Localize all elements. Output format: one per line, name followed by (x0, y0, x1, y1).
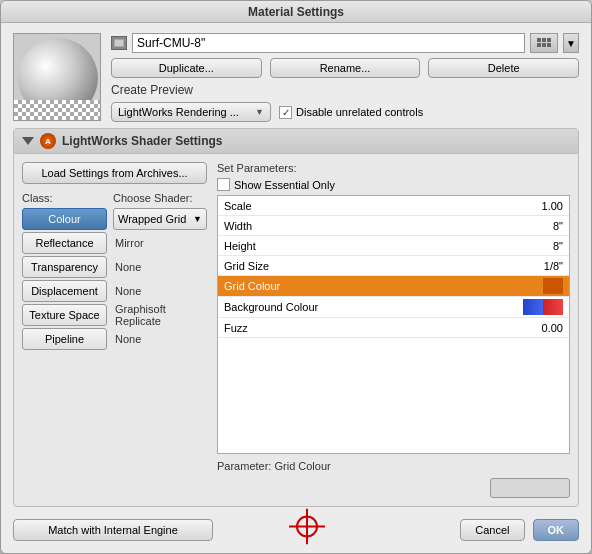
svg-rect-5 (547, 38, 551, 42)
disable-checkbox-row: ✓ Disable unrelated controls (279, 106, 423, 119)
param-row-grid-colour[interactable]: Grid Colour (218, 276, 569, 297)
class-label: Class: (22, 190, 107, 206)
create-preview-label: Create Preview (111, 83, 579, 97)
rename-button[interactable]: Rename... (270, 58, 421, 78)
disable-checkbox[interactable]: ✓ (279, 106, 292, 119)
preview-checkerboard (14, 100, 100, 120)
parameters-table: Scale 1.00 Width 8" Height 8" (217, 195, 570, 454)
right-panel: Set Parameters: Show Essential Only Scal… (217, 162, 570, 498)
match-internal-engine-button[interactable]: Match with Internal Engine (13, 519, 213, 541)
action-buttons: Duplicate... Rename... Delete (111, 58, 579, 78)
name-row: ▼ (111, 33, 579, 53)
checkmark-icon: ✓ (282, 107, 290, 118)
class-item-transparency[interactable]: Transparency (22, 256, 107, 278)
shader-text-transparency: None (113, 256, 207, 278)
top-section: ▼ Duplicate... Rename... Delete Create P… (13, 33, 579, 122)
delete-button[interactable]: Delete (428, 58, 579, 78)
ok-button[interactable]: OK (533, 519, 580, 541)
show-essential-checkbox[interactable] (217, 178, 230, 191)
param-row-height[interactable]: Height 8" (218, 236, 569, 256)
show-essential-row: Show Essential Only (217, 178, 570, 191)
class-item-colour[interactable]: Colour (22, 208, 107, 230)
svg-rect-8 (547, 43, 551, 47)
bottom-buttons: Cancel OK (460, 519, 579, 541)
param-row-grid-size[interactable]: Grid Size 1/8" (218, 256, 569, 276)
shader-text-displacement: None (113, 280, 207, 302)
left-panel: Load Settings from Archives... Class: Ch… (22, 162, 207, 498)
choose-shader-label: Choose Shader: (113, 190, 207, 206)
set-parameters-label: Set Parameters: (217, 162, 570, 174)
lightworks-header: A LightWorks Shader Settings (14, 129, 578, 154)
class-item-reflectance[interactable]: Reflectance (22, 232, 107, 254)
param-row-scale[interactable]: Scale 1.00 (218, 196, 569, 216)
titlebar: Material Settings (1, 1, 591, 23)
param-value-input[interactable] (490, 478, 570, 498)
class-shader-grid: Class: Choose Shader: Colour Reflectance… (22, 190, 207, 350)
disable-label: Disable unrelated controls (296, 106, 423, 118)
shader-items-list: Wrapped Grid ▼ Mirror None None (113, 208, 207, 350)
shader-text-pipeline: None (113, 328, 207, 350)
lightworks-body: Load Settings from Archives... Class: Ch… (14, 154, 578, 506)
rendering-select[interactable]: LightWorks Rendering ... ▼ (111, 102, 271, 122)
shader-dropdown-icon: ▼ (193, 214, 202, 224)
param-row-background-colour[interactable]: Background Colour (218, 297, 569, 318)
duplicate-button[interactable]: Duplicate... (111, 58, 262, 78)
shader-select-colour[interactable]: Wrapped Grid ▼ (113, 208, 207, 230)
grid-icon (530, 33, 558, 53)
material-preview (13, 33, 101, 121)
param-row-fuzz[interactable]: Fuzz 0.00 (218, 318, 569, 338)
param-input-row (217, 478, 570, 498)
svg-rect-2 (115, 40, 123, 46)
svg-rect-4 (542, 38, 546, 42)
load-archives-button[interactable]: Load Settings from Archives... (22, 162, 207, 184)
material-settings-window: Material Settings (0, 0, 592, 554)
svg-rect-3 (537, 38, 541, 42)
class-item-pipeline[interactable]: Pipeline (22, 328, 107, 350)
param-row-width[interactable]: Width 8" (218, 216, 569, 236)
shader-text-texture-space: Graphisoft Replicate (113, 304, 207, 326)
svg-rect-6 (537, 43, 541, 47)
grid-colour-swatch (523, 278, 563, 294)
lightworks-logo-icon: A (40, 133, 56, 149)
lightworks-section: A LightWorks Shader Settings Load Settin… (13, 128, 579, 507)
class-item-texture-space[interactable]: Texture Space (22, 304, 107, 326)
material-name-input[interactable] (132, 33, 525, 53)
shader-text-reflectance: Mirror (113, 232, 207, 254)
rendering-option-text: LightWorks Rendering ... (118, 106, 239, 118)
selected-param-label: Parameter: Grid Colour (217, 458, 570, 474)
rendering-row: LightWorks Rendering ... ▼ ✓ Disable unr… (111, 102, 579, 122)
right-controls: ▼ Duplicate... Rename... Delete Create P… (111, 33, 579, 122)
cancel-button[interactable]: Cancel (460, 519, 524, 541)
class-items-list: Colour Reflectance Transparency Displace… (22, 208, 107, 350)
collapse-triangle-icon[interactable] (22, 137, 34, 145)
show-essential-label: Show Essential Only (234, 179, 335, 191)
svg-rect-7 (542, 43, 546, 47)
crosshair-icon (289, 509, 325, 548)
lightworks-title: LightWorks Shader Settings (62, 134, 222, 148)
dropdown-arrow-icon[interactable]: ▼ (563, 33, 579, 53)
class-item-displacement[interactable]: Displacement (22, 280, 107, 302)
bottom-section: Match with Internal Engine Cancel OK (13, 513, 579, 543)
material-icon (111, 36, 127, 50)
window-title: Material Settings (248, 5, 344, 19)
rendering-dropdown-icon: ▼ (255, 107, 264, 117)
background-colour-swatch (523, 299, 563, 315)
